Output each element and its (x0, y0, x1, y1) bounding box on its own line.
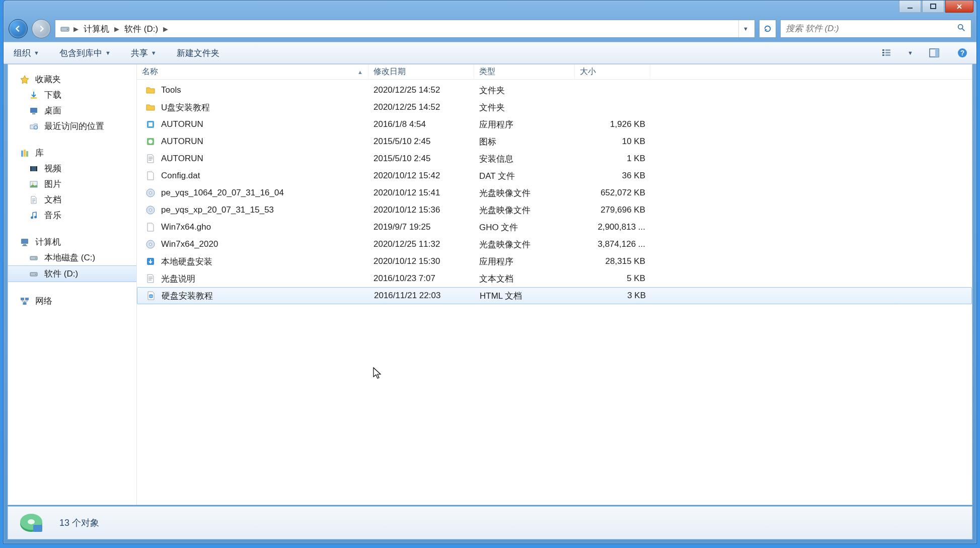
file-type: 文本文档 (474, 273, 575, 285)
column-headers: 名称▲ 修改日期 类型 大小 (137, 64, 972, 80)
sidebar-item-documents[interactable]: 文档 (8, 192, 136, 208)
file-size: 28,315 KB (575, 256, 650, 266)
download-icon (28, 90, 39, 101)
breadcrumb-drive[interactable]: 软件 (D:) (120, 20, 162, 37)
table-row[interactable]: Config.dat2020/10/12 15:42DAT 文件36 KB (137, 167, 972, 184)
file-date: 2016/1/8 4:54 (368, 119, 474, 129)
table-row[interactable]: 本地硬盘安装2020/10/12 15:30应用程序28,315 KB (137, 253, 972, 270)
search-box[interactable] (780, 20, 971, 38)
svg-rect-16 (30, 108, 37, 113)
music-icon (28, 210, 39, 221)
svg-rect-23 (30, 166, 31, 171)
file-date: 2020/10/12 15:36 (368, 205, 474, 215)
sidebar-item-disk-c[interactable]: 本地磁盘 (C:) (8, 250, 136, 265)
sidebar-item-downloads[interactable]: 下载 (8, 87, 136, 103)
svg-rect-17 (32, 113, 35, 114)
desktop-icon (28, 105, 39, 116)
table-row[interactable]: AUTORUN2016/1/8 4:54应用程序1,926 KB (137, 116, 972, 133)
organize-button[interactable]: 组织▼ (11, 45, 42, 61)
sidebar-network-header[interactable]: 网络 (8, 293, 136, 309)
document-icon (28, 194, 39, 206)
file-name: 光盘说明 (161, 273, 195, 285)
sidebar-label: 下载 (44, 89, 61, 101)
table-row[interactable]: AUTORUN2015/5/10 2:45图标10 KB (137, 133, 972, 150)
file-name: pe_yqs_1064_20_07_31_16_04 (161, 188, 284, 198)
file-type: 光盘映像文件 (474, 239, 575, 250)
column-name[interactable]: 名称▲ (137, 64, 368, 79)
sidebar-computer-header[interactable]: 计算机 (8, 234, 136, 250)
svg-rect-6 (882, 52, 884, 53)
sidebar-item-desktop[interactable]: 桌面 (8, 103, 136, 118)
file-type: 光盘映像文件 (474, 187, 575, 199)
file-date: 2020/10/12 15:41 (368, 188, 474, 198)
breadcrumb-computer[interactable]: 计算机 (80, 20, 113, 37)
file-type: 文件夹 (474, 85, 575, 96)
svg-rect-54 (33, 525, 42, 532)
svg-point-53 (28, 519, 35, 524)
table-row[interactable]: AUTORUN2015/5/10 2:45安装信息1 KB (137, 150, 972, 167)
svg-rect-30 (23, 244, 26, 245)
refresh-button[interactable] (759, 20, 776, 38)
new-folder-button[interactable]: 新建文件夹 (174, 45, 222, 61)
sidebar-item-recent[interactable]: 最近访问的位置 (8, 118, 136, 134)
toolbar: 组织▼ 包含到库中▼ 共享▼ 新建文件夹 ▼ ? (4, 42, 976, 64)
forward-button[interactable] (32, 19, 51, 38)
view-dropdown-icon[interactable]: ▼ (908, 50, 913, 56)
computer-icon (19, 237, 30, 248)
sidebar-item-videos[interactable]: 视频 (8, 161, 136, 176)
share-button[interactable]: 共享▼ (128, 45, 160, 61)
sidebar-favorites-header[interactable]: 收藏夹 (8, 72, 136, 87)
recent-icon (28, 121, 39, 132)
column-size[interactable]: 大小 (575, 64, 650, 79)
preview-pane-button[interactable] (927, 46, 941, 60)
back-button[interactable] (9, 19, 28, 38)
table-row[interactable]: U盘安装教程2020/12/25 14:52文件夹 (137, 99, 972, 116)
file-size: 652,072 KB (575, 188, 650, 198)
ico-icon (145, 136, 156, 147)
file-name: AUTORUN (161, 136, 203, 147)
sidebar-item-disk-d[interactable]: 软件 (D:) (8, 265, 136, 282)
file-name: 硬盘安装教程 (162, 290, 213, 302)
sidebar-label: 最近访问的位置 (44, 120, 104, 132)
search-icon (957, 23, 966, 34)
file-icon (145, 170, 156, 181)
library-icon (19, 148, 30, 159)
svg-rect-19 (21, 151, 23, 157)
file-rows: Tools2020/12/25 14:52文件夹U盘安装教程2020/12/25… (137, 80, 972, 304)
svg-point-35 (35, 273, 36, 275)
svg-rect-37 (25, 298, 29, 300)
file-name: AUTORUN (161, 119, 203, 129)
address-dropdown[interactable]: ▼ (738, 20, 752, 37)
svg-rect-9 (885, 52, 890, 53)
table-row[interactable]: 硬盘安装教程2016/11/21 22:03HTML 文档3 KB (137, 287, 972, 304)
table-row[interactable]: 光盘说明2016/10/23 7:07文本文档5 KB (137, 270, 972, 287)
maximize-button[interactable] (922, 1, 944, 13)
table-row[interactable]: pe_yqs_1064_20_07_31_16_042020/10/12 15:… (137, 184, 972, 201)
file-date: 2016/11/21 22:03 (369, 291, 475, 301)
network-icon (19, 296, 30, 307)
search-input[interactable] (786, 24, 957, 34)
address-bar[interactable]: ▶ 计算机 ▶ 软件 (D:) ▶ ▼ (55, 20, 755, 38)
svg-text:?: ? (960, 49, 965, 57)
sidebar-label: 桌面 (44, 105, 61, 116)
table-row[interactable]: Win7x64_20202020/12/25 11:32光盘映像文件3,874,… (137, 236, 972, 253)
close-button[interactable] (945, 1, 973, 13)
include-library-button[interactable]: 包含到库中▼ (56, 45, 114, 61)
sidebar-libraries-header[interactable]: 库 (8, 145, 136, 161)
file-size: 2,900,813 ... (575, 222, 650, 232)
help-button[interactable]: ? (955, 46, 969, 60)
table-row[interactable]: pe_yqs_xp_20_07_31_15_532020/10/12 15:36… (137, 201, 972, 219)
sidebar-item-music[interactable]: 音乐 (8, 208, 136, 223)
html-icon (145, 290, 157, 301)
svg-rect-20 (24, 150, 26, 157)
column-date[interactable]: 修改日期 (368, 64, 474, 79)
svg-rect-5 (882, 49, 884, 51)
table-row[interactable]: Tools2020/12/25 14:52文件夹 (137, 82, 972, 99)
file-type: 图标 (474, 136, 575, 148)
minimize-button[interactable] (899, 1, 921, 13)
table-row[interactable]: Win7x64.gho2019/9/7 19:25GHO 文件2,900,813… (137, 219, 972, 236)
column-type[interactable]: 类型 (474, 64, 575, 79)
sidebar-item-pictures[interactable]: 图片 (8, 176, 136, 192)
view-mode-button[interactable] (879, 46, 893, 60)
file-size: 36 KB (575, 171, 650, 181)
